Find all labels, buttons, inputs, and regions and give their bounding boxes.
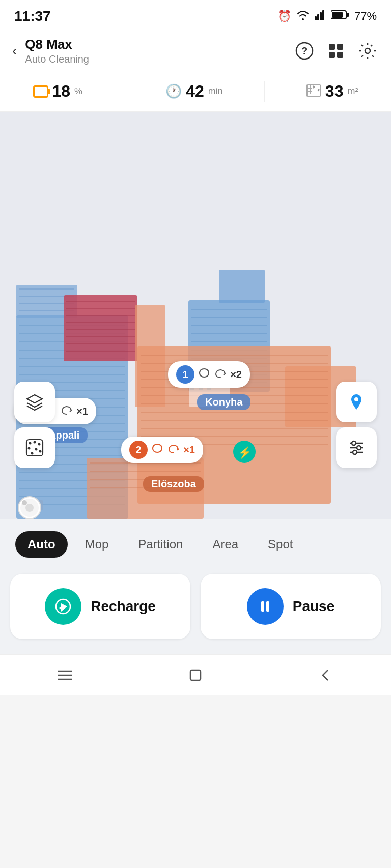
bottom-panel: Auto Mop Partition Area Spot Recharge P bbox=[0, 519, 391, 654]
svg-rect-9 bbox=[329, 44, 335, 50]
battery-stat: 18 % bbox=[33, 82, 83, 101]
svg-point-101 bbox=[25, 504, 34, 512]
time-stat-value: 42 bbox=[186, 82, 204, 101]
status-bar: 11:37 ⏰ 77% bbox=[0, 0, 391, 31]
svg-point-106 bbox=[29, 442, 32, 445]
nav-back[interactable] bbox=[305, 660, 346, 690]
filter-button[interactable] bbox=[336, 427, 377, 468]
battery-status-icon bbox=[331, 10, 349, 23]
tab-mop[interactable]: Mop bbox=[73, 531, 121, 558]
settings-button[interactable] bbox=[356, 40, 379, 62]
area-stat-unit: m² bbox=[347, 86, 358, 97]
header: ‹ Q8 Max Auto Cleaning ? bbox=[0, 31, 391, 71]
device-mode: Auto Cleaning bbox=[25, 53, 293, 65]
stat-divider-1 bbox=[124, 81, 124, 102]
svg-point-13 bbox=[365, 48, 370, 53]
map-area: ⚡ Nappali Konyha Előszoba 1 ×2 2 bbox=[0, 112, 391, 519]
badge-count-3: ×1 bbox=[76, 406, 88, 417]
svg-point-113 bbox=[354, 397, 358, 401]
layers-icon bbox=[25, 392, 44, 412]
layers-button[interactable] bbox=[14, 382, 55, 422]
pause-button[interactable]: Pause bbox=[201, 574, 381, 639]
pause-icon bbox=[247, 588, 284, 625]
device-name: Q8 Max bbox=[25, 37, 293, 52]
badge-number-1: 1 bbox=[176, 365, 194, 384]
scatter-icon bbox=[25, 438, 44, 457]
clock-icon: 🕐 bbox=[165, 83, 182, 99]
header-title-block: Q8 Max Auto Cleaning bbox=[25, 37, 293, 65]
header-actions: ? bbox=[293, 40, 379, 62]
svg-rect-126 bbox=[190, 670, 201, 680]
pause-label: Pause bbox=[293, 598, 335, 615]
svg-point-119 bbox=[353, 450, 357, 454]
svg-rect-3 bbox=[322, 10, 324, 20]
back-button[interactable]: ‹ bbox=[12, 43, 17, 59]
scatter-button[interactable] bbox=[14, 427, 55, 468]
svg-rect-12 bbox=[337, 52, 343, 58]
svg-rect-2 bbox=[320, 12, 322, 20]
svg-point-109 bbox=[28, 447, 31, 450]
svg-rect-10 bbox=[337, 44, 343, 50]
wifi-icon bbox=[296, 9, 310, 23]
svg-point-118 bbox=[357, 446, 361, 450]
svg-rect-72 bbox=[135, 305, 165, 407]
badge-number-2: 2 bbox=[129, 441, 148, 459]
time-stat: 🕐 42 min bbox=[165, 82, 223, 101]
clean-badge-1[interactable]: 1 ×2 bbox=[168, 361, 250, 388]
area-stat-value: 33 bbox=[325, 82, 344, 101]
grid-button[interactable] bbox=[325, 40, 347, 62]
nav-bar bbox=[0, 654, 391, 695]
svg-rect-68 bbox=[219, 270, 265, 303]
nav-home[interactable] bbox=[175, 660, 216, 690]
svg-rect-0 bbox=[315, 16, 317, 20]
svg-point-117 bbox=[352, 441, 356, 445]
svg-point-111 bbox=[39, 450, 42, 453]
tab-spot[interactable]: Spot bbox=[256, 531, 305, 558]
sliders-icon bbox=[347, 438, 366, 457]
svg-rect-122 bbox=[266, 601, 269, 612]
svg-point-107 bbox=[34, 441, 36, 444]
recharge-label: Recharge bbox=[91, 598, 156, 615]
tab-auto[interactable]: Auto bbox=[15, 531, 68, 558]
svg-point-110 bbox=[35, 448, 38, 451]
svg-rect-11 bbox=[329, 52, 335, 58]
svg-text:?: ? bbox=[301, 45, 308, 56]
svg-point-112 bbox=[31, 452, 34, 455]
recharge-icon bbox=[45, 588, 81, 625]
recharge-button[interactable]: Recharge bbox=[10, 574, 190, 639]
location-button[interactable] bbox=[336, 382, 377, 422]
battery-percentage: 77% bbox=[354, 10, 377, 23]
nav-menu[interactable] bbox=[45, 660, 86, 690]
svg-rect-6 bbox=[332, 12, 343, 18]
area-icon bbox=[306, 84, 321, 99]
battery-stat-value: 18 bbox=[52, 82, 71, 101]
signal-icon bbox=[315, 9, 326, 23]
area-stat: 33 m² bbox=[306, 82, 358, 101]
svg-point-108 bbox=[38, 443, 41, 446]
mode-tabs: Auto Mop Partition Area Spot bbox=[0, 519, 391, 566]
badge-icons-1 bbox=[198, 367, 227, 382]
svg-point-102 bbox=[22, 500, 27, 505]
svg-text:⚡: ⚡ bbox=[238, 446, 252, 459]
battery-icon bbox=[33, 85, 48, 98]
svg-rect-1 bbox=[317, 14, 319, 20]
tab-area[interactable]: Area bbox=[200, 531, 250, 558]
badge-icons-2 bbox=[151, 443, 180, 457]
svg-rect-121 bbox=[261, 601, 264, 612]
clean-badge-2[interactable]: 2 ×1 bbox=[121, 437, 203, 463]
tab-partition[interactable]: Partition bbox=[126, 531, 195, 558]
status-icons: ⏰ 77% bbox=[277, 9, 377, 23]
alarm-icon: ⏰ bbox=[277, 10, 291, 23]
action-buttons: Recharge Pause bbox=[0, 566, 391, 654]
help-button[interactable]: ? bbox=[293, 40, 316, 62]
room-label-eloszoba: Előszoba bbox=[143, 476, 204, 492]
location-icon bbox=[347, 392, 366, 412]
stat-divider-2 bbox=[264, 81, 265, 102]
status-time: 11:37 bbox=[14, 8, 51, 24]
room-label-konyha: Konyha bbox=[197, 394, 250, 410]
badge-count-1: ×2 bbox=[230, 369, 242, 381]
battery-stat-unit: % bbox=[74, 86, 82, 97]
stats-bar: 18 % 🕐 42 min 33 m² bbox=[0, 71, 391, 112]
time-stat-unit: min bbox=[208, 86, 223, 97]
badge-count-2: ×1 bbox=[183, 444, 195, 456]
